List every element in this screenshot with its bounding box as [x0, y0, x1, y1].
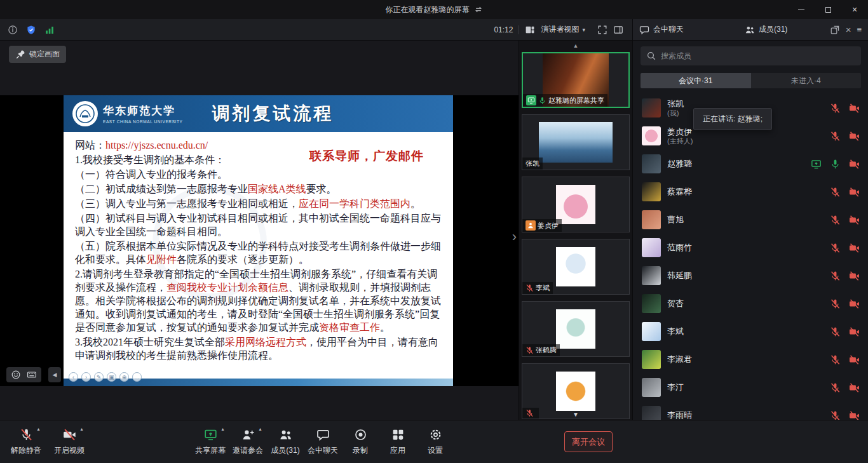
- tab-in-meeting[interactable]: 会议中·31: [641, 73, 751, 88]
- start-video-button[interactable]: ▴开启视频: [53, 426, 85, 456]
- unmute-button[interactable]: ▴解除静音: [10, 426, 42, 456]
- presentation-slide: 华东师范大学 EAST CHINA NORMAL UNIVERSITY 调剂复试…: [64, 95, 453, 386]
- switch-screen-icon[interactable]: [474, 5, 483, 14]
- member-row[interactable]: 李雨晴: [633, 401, 868, 420]
- nav-zoom-icon[interactable]: ⊕: [119, 372, 129, 382]
- expand-caret-icon[interactable]: ▴: [37, 426, 39, 432]
- participant-thumbnail[interactable]: 姜贞伊: [522, 177, 630, 232]
- toolbar-label: 成员(31): [271, 445, 299, 456]
- leave-meeting-button[interactable]: 离开会议: [564, 431, 613, 452]
- settings-button[interactable]: 设置: [419, 426, 451, 456]
- invite-button[interactable]: ▴邀请参会: [232, 426, 264, 456]
- member-row[interactable]: 蔡霖桦: [633, 178, 868, 206]
- chat-panel-tab[interactable]: 会中聊天: [639, 24, 684, 35]
- emoji-icon[interactable]: [11, 370, 21, 380]
- maximize-icon: [825, 7, 831, 13]
- member-row[interactable]: 贺杏: [633, 290, 868, 318]
- member-row[interactable]: 韩延鹏: [633, 262, 868, 290]
- cam-off-icon: [849, 131, 860, 142]
- screen-share-badge-icon: [526, 95, 536, 105]
- side-panel-toggle-icon[interactable]: [613, 25, 623, 35]
- nav-next-icon[interactable]: ›: [81, 372, 91, 382]
- expand-panel-handle[interactable]: ›: [512, 230, 517, 244]
- member-name: 李淑君: [667, 354, 824, 365]
- avatar: [642, 294, 661, 313]
- scroll-down-icon[interactable]: ▼: [519, 411, 632, 418]
- window-controls: ×: [788, 0, 868, 19]
- member-row[interactable]: 李斌: [633, 318, 868, 346]
- avatar: [642, 210, 661, 229]
- close-panel-icon[interactable]: ×: [846, 25, 851, 34]
- expand-caret-icon[interactable]: ▴: [259, 426, 261, 432]
- chat-icon: [316, 428, 330, 441]
- participant-name: 李斌: [536, 283, 550, 293]
- apps-button[interactable]: 应用: [382, 426, 414, 456]
- view-mode-label[interactable]: 演讲者视图: [541, 24, 579, 35]
- expand-caret-icon[interactable]: ▴: [80, 426, 83, 432]
- video-off-icon: [63, 428, 76, 441]
- watching-screen-banner: 你正在观看赵雅璐的屏幕: [386, 4, 483, 15]
- nav-more-icon[interactable]: …: [132, 372, 142, 382]
- host-badge-icon: [526, 220, 536, 231]
- cam-off-icon: [849, 382, 860, 393]
- titlebar: 你正在观看赵雅璐的屏幕 ×: [0, 0, 868, 19]
- chat-button[interactable]: 会中聊天: [307, 426, 339, 456]
- chevron-down-icon[interactable]: ▾: [582, 27, 585, 33]
- collapse-toolbar-button[interactable]: ◀: [48, 367, 61, 382]
- info-icon[interactable]: [8, 25, 18, 35]
- chat-icon: [639, 25, 649, 35]
- thumbnail-strip-items: 赵雅璐的屏幕共享张凯姜贞伊李斌张鹤腾: [522, 52, 630, 419]
- participant-thumbnail[interactable]: 张鹤腾: [522, 301, 630, 357]
- slide-paragraph: （三）调入专业与第一志愿报考专业相同或相近，应在同一学科门类范围内。: [75, 197, 442, 210]
- mic-off-icon: [526, 346, 534, 354]
- chat-panel-title: 会中聊天: [653, 24, 684, 35]
- maximize-button[interactable]: [815, 0, 841, 19]
- pin-icon: [15, 50, 25, 60]
- member-row[interactable]: 曹旭: [633, 206, 868, 234]
- nav-prev-icon[interactable]: ‹: [69, 372, 78, 382]
- close-button[interactable]: ×: [841, 0, 868, 19]
- member-row[interactable]: 赵雅璐: [633, 150, 868, 178]
- participant-thumbnail[interactable]: 李斌: [522, 239, 630, 295]
- member-row[interactable]: 李淑君: [633, 346, 868, 373]
- bottom-toolbar: ▴解除静音▴开启视频 ▴共享屏幕▴邀请参会成员(31)会中聊天录制应用设置 离开…: [0, 420, 868, 463]
- participant-thumbnail[interactable]: 张凯: [522, 114, 630, 170]
- apps-icon: [391, 428, 405, 441]
- view-controls: 01:12 演讲者视图 ▾: [494, 24, 625, 35]
- meeting-header: 01:12 演讲者视图 ▾: [0, 19, 632, 41]
- quick-chat-icon[interactable]: [27, 370, 37, 380]
- member-row[interactable]: 范雨竹: [633, 234, 868, 262]
- expand-caret-icon[interactable]: ▴: [221, 426, 224, 432]
- menu-icon[interactable]: ≡: [857, 25, 862, 34]
- nav-pen-icon[interactable]: ✎: [94, 372, 104, 382]
- scroll-up-icon[interactable]: ▲: [519, 43, 632, 49]
- participant-thumbnail[interactable]: 赵雅璐的屏幕共享: [522, 52, 630, 108]
- avatar: [642, 350, 661, 369]
- search-icon: [646, 51, 656, 61]
- fullscreen-icon[interactable]: [597, 25, 607, 35]
- tab-not-joined[interactable]: 未进入·4: [751, 73, 862, 88]
- slide-paragraph: （二）初试成绩达到第一志愿报考专业国家线A类线要求。: [75, 182, 442, 196]
- members-panel-tab[interactable]: 成员(31): [745, 24, 787, 35]
- share-screen-button[interactable]: ▴共享屏幕: [194, 426, 226, 456]
- record-button[interactable]: 录制: [344, 426, 376, 456]
- settings-icon: [429, 428, 442, 441]
- record-icon: [354, 428, 367, 441]
- network-signal-icon[interactable]: [44, 25, 55, 35]
- nav-pages-icon[interactable]: ▣: [107, 372, 116, 382]
- members-button[interactable]: 成员(31): [269, 426, 301, 456]
- members-panel-title: 成员(31): [759, 24, 787, 35]
- minimize-button[interactable]: [788, 0, 815, 19]
- search-input[interactable]: [661, 51, 855, 60]
- mic-off-icon: [830, 326, 841, 337]
- lock-view-button[interactable]: 锁定画面: [9, 46, 66, 63]
- security-shield-icon[interactable]: [26, 25, 36, 35]
- speaker-view-icon[interactable]: [525, 25, 535, 35]
- popout-icon[interactable]: [830, 25, 840, 35]
- search-box[interactable]: [641, 46, 861, 65]
- member-row[interactable]: 李汀: [633, 373, 868, 401]
- cam-off-icon: [849, 299, 860, 309]
- members-icon: [279, 428, 292, 441]
- mic-off-icon: [830, 271, 841, 281]
- toolbar-label: 开启视频: [54, 445, 85, 456]
